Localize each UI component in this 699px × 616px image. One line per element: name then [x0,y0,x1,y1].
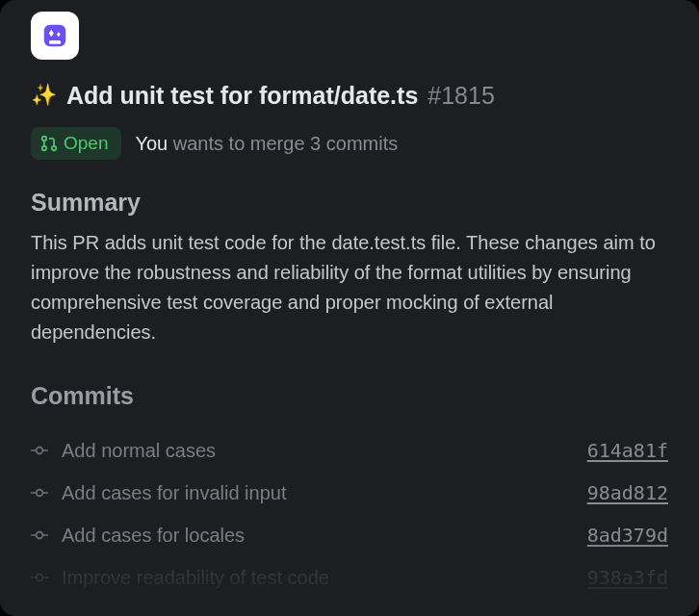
pr-title: Add unit test for format/date.ts [66,81,418,110]
author-label[interactable]: You [135,133,168,154]
merge-description: You wants to merge 3 commits [135,133,398,155]
git-commit-icon [31,442,48,459]
status-row: Open You wants to merge 3 commits [31,127,668,160]
svg-point-4 [52,146,57,151]
svg-point-5 [37,448,43,454]
svg-point-7 [37,532,43,539]
app-avatar [31,12,79,60]
git-commit-icon [31,484,48,501]
summary-body: This PR adds unit test code for the date… [31,228,668,347]
pr-number[interactable]: #1815 [427,82,495,110]
svg-point-2 [42,137,47,141]
pr-title-row: ✨ Add unit test for format/date.ts #1815 [31,81,668,110]
svg-rect-1 [49,40,62,44]
pr-card: ✨ Add unit test for format/date.ts #1815… [0,0,699,616]
commit-hash-link[interactable]: 8ad379d [587,524,668,547]
svg-point-3 [42,146,47,151]
svg-point-8 [37,575,43,581]
commit-row[interactable]: Add cases for invalid input 98ad812 [31,472,668,514]
commit-row[interactable]: Improve readability of test code 938a3fd [31,556,668,599]
git-commit-icon [31,569,48,586]
sparkle-icon: ✨ [31,85,57,106]
merge-tail: wants to merge 3 commits [173,133,398,154]
status-badge-open[interactable]: Open [31,127,121,160]
commit-hash-link[interactable]: 614a81f [587,439,668,462]
commit-row[interactable]: Add normal cases 614a81f [31,429,668,472]
commit-row[interactable]: Add cases for locales 8ad379d [31,514,668,556]
commit-hash-link[interactable]: 938a3fd [587,566,668,589]
svg-point-6 [37,490,43,497]
commit-message: Add cases for locales [62,525,574,547]
commit-message: Improve readability of test code [62,567,574,589]
git-commit-icon [31,526,48,544]
commit-hash-link[interactable]: 98ad812 [587,481,668,504]
git-pull-request-icon [40,135,58,152]
commits-heading: Commits [31,382,668,410]
commit-message: Add cases for invalid input [62,482,574,504]
summary-heading: Summary [31,189,668,217]
commit-message: Add normal cases [62,440,574,462]
status-label: Open [64,133,108,154]
